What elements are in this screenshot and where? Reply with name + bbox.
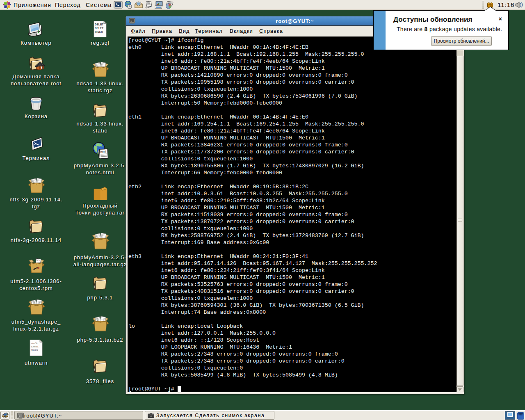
svg-text:html: html	[100, 150, 106, 154]
svg-text:DELET: DELET	[95, 27, 103, 30]
svg-text:INSER: INSER	[95, 30, 103, 33]
svg-text:Execu.: Execu.	[31, 345, 39, 348]
svg-text:Upgra: Upgra	[31, 349, 38, 351]
svg-text:DELET: DELET	[95, 23, 103, 26]
svg-text:utm5-: utm5-	[31, 342, 37, 345]
